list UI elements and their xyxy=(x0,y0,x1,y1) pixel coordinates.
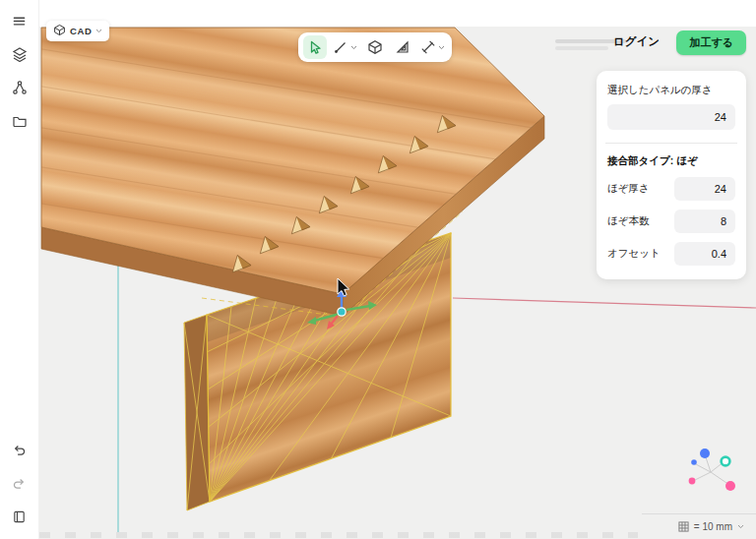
footer-marks xyxy=(39,532,638,538)
divider xyxy=(605,143,737,144)
sidebar-top-group xyxy=(6,8,33,134)
panel-thickness-input[interactable] xyxy=(607,104,735,130)
tenon-thickness-row: ほぞ厚さ xyxy=(607,177,735,201)
box-tool-icon xyxy=(367,39,383,55)
login-button[interactable]: ログイン xyxy=(607,33,665,50)
sidebar-bottom-group xyxy=(6,437,33,529)
chevron-down-icon xyxy=(438,45,445,50)
menu-button[interactable] xyxy=(6,8,33,33)
undo-button[interactable] xyxy=(6,437,33,462)
offset-label: オフセット xyxy=(607,247,661,261)
top-strip xyxy=(0,0,756,27)
menu-icon xyxy=(12,14,27,29)
chevron-down-icon xyxy=(350,45,357,50)
layers-icon xyxy=(12,46,28,62)
app-logo[interactable]: CAD xyxy=(46,21,109,41)
process-button[interactable]: 加工する xyxy=(676,30,746,55)
viewport-3d[interactable]: CAD ログイン 加工する xyxy=(0,0,756,539)
offset-row: オフセット xyxy=(607,242,735,266)
dimension-tool-button[interactable] xyxy=(418,35,447,59)
folder-icon xyxy=(12,113,28,129)
chevron-down-icon xyxy=(95,29,102,33)
set-square-tool-icon xyxy=(395,39,410,55)
guide-button[interactable] xyxy=(6,504,33,529)
scale-text: = 10 mm xyxy=(694,521,732,532)
dimension-tool-icon xyxy=(420,39,436,55)
book-icon xyxy=(12,509,27,524)
set-square-tool-button[interactable] xyxy=(391,35,414,59)
joint-type-header: 接合部タイプ: ほぞ xyxy=(607,154,735,168)
line-tool-icon xyxy=(333,39,348,55)
redo-icon xyxy=(12,476,27,491)
structure-icon xyxy=(12,80,28,95)
tool-toolbar xyxy=(298,32,452,62)
app-root: CAD ログイン 加工する xyxy=(0,0,756,539)
grid-icon xyxy=(678,521,689,532)
tenon-count-row: ほぞ本数 xyxy=(607,210,735,233)
files-button[interactable] xyxy=(6,108,33,134)
tenon-count-input[interactable] xyxy=(674,210,735,233)
select-tool-button[interactable] xyxy=(303,35,327,59)
scale-indicator[interactable]: = 10 mm xyxy=(642,513,756,539)
tenon-thickness-input[interactable] xyxy=(674,177,735,201)
layers-button[interactable] xyxy=(6,41,33,67)
line-tool-button[interactable] xyxy=(331,35,359,59)
redo-button[interactable] xyxy=(6,470,33,496)
box-tool-button[interactable] xyxy=(363,35,387,59)
select-cursor-icon xyxy=(307,39,323,55)
logo-label: CAD xyxy=(70,26,92,36)
offset-input[interactable] xyxy=(674,242,735,266)
panel-thickness-label: 選択したパネルの厚さ xyxy=(607,83,735,97)
cube-icon xyxy=(53,24,66,38)
tenon-count-label: ほぞ本数 xyxy=(607,214,650,228)
sidebar xyxy=(0,0,39,539)
structure-button[interactable] xyxy=(6,75,33,100)
properties-panel: 選択したパネルの厚さ 接合部タイプ: ほぞ ほぞ厚さ ほぞ本数 オフセット xyxy=(597,71,746,279)
tenon-thickness-label: ほぞ厚さ xyxy=(607,182,650,196)
chevron-down-icon xyxy=(737,524,744,529)
undo-icon xyxy=(12,443,27,457)
